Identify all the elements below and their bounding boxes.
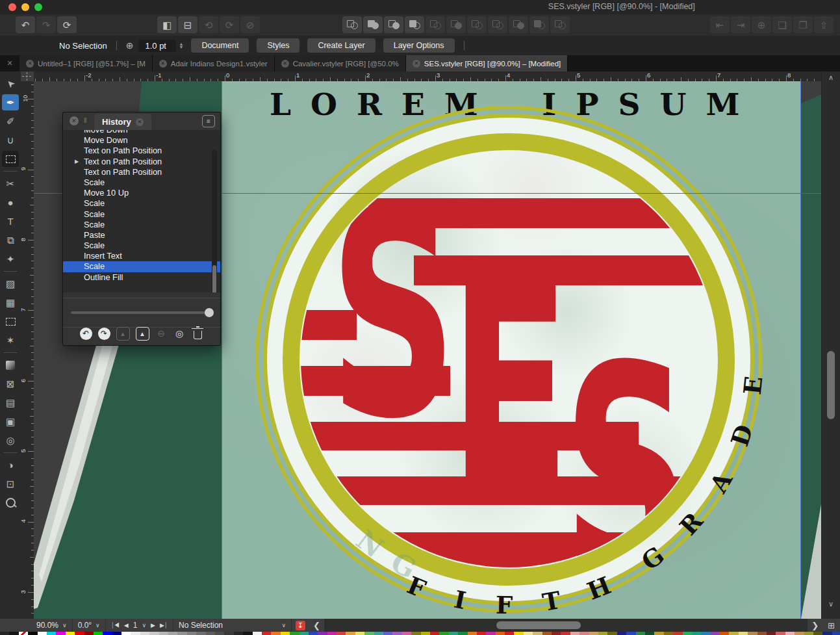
color-swatch[interactable] xyxy=(430,632,439,635)
color-swatch[interactable] xyxy=(598,632,607,635)
color-swatch[interactable] xyxy=(9,632,18,635)
color-swatch[interactable] xyxy=(196,632,205,635)
color-swatch[interactable] xyxy=(309,632,318,635)
color-swatch[interactable] xyxy=(374,632,383,635)
document-button[interactable]: Document xyxy=(191,38,249,53)
grid-warp-tool[interactable]: ▦ xyxy=(2,294,19,311)
panel-menu-icon[interactable]: ≡ xyxy=(202,115,215,127)
color-swatch[interactable] xyxy=(757,632,767,635)
trash-button[interactable] xyxy=(192,328,204,340)
first-page-button[interactable]: ⏐◀ xyxy=(111,622,120,629)
boolean-xor-button[interactable] xyxy=(446,16,466,33)
color-swatch[interactable] xyxy=(683,632,692,635)
undo-button[interactable]: ↶ xyxy=(80,328,92,340)
history-item[interactable]: Scale xyxy=(63,220,220,230)
mesh-distort-tool[interactable]: ⊠ xyxy=(2,376,19,392)
move-tool[interactable]: ➤ xyxy=(2,75,19,92)
redo-button[interactable]: ↷ xyxy=(36,16,56,33)
color-swatch[interactable] xyxy=(785,632,795,635)
color-swatch[interactable] xyxy=(38,632,47,635)
color-swatch[interactable] xyxy=(168,632,177,635)
remove-snapshot-button[interactable]: ▲ xyxy=(116,327,130,341)
rotation-dropdown[interactable]: 0.0°∨ xyxy=(73,619,106,632)
horizontal-ruler[interactable]: -2-1012345678 xyxy=(34,71,822,82)
color-swatch[interactable] xyxy=(159,632,168,635)
previous-page-button[interactable]: ◀ xyxy=(124,622,129,629)
add-snapshot-button[interactable]: ▲ xyxy=(136,327,149,341)
history-item[interactable]: Move Down xyxy=(63,130,220,135)
color-swatch[interactable] xyxy=(206,632,215,635)
ruler-origin-icon[interactable] xyxy=(21,72,33,81)
color-swatch[interactable] xyxy=(711,632,720,635)
color-swatch[interactable] xyxy=(533,632,542,635)
color-swatch[interactable] xyxy=(739,632,748,635)
transform-each-button[interactable]: ⊘ xyxy=(240,16,260,33)
color-swatch[interactable] xyxy=(19,632,28,635)
boolean-add-button[interactable] xyxy=(342,16,362,33)
boolean-intersect-button[interactable] xyxy=(405,16,424,33)
color-swatch[interactable] xyxy=(224,632,233,635)
color-swatch[interactable] xyxy=(346,632,355,635)
color-swatch[interactable] xyxy=(94,632,103,635)
undo-button[interactable]: ↶ xyxy=(16,16,35,33)
color-swatch[interactable] xyxy=(47,632,56,635)
page-number-dropdown[interactable]: 1 xyxy=(133,621,138,630)
stroke-width-input[interactable]: 1.0 pt xyxy=(138,40,176,52)
history-slider-knob[interactable] xyxy=(205,308,214,317)
panel-close-icon[interactable]: ✕ xyxy=(70,116,79,125)
color-swatch[interactable] xyxy=(449,632,458,635)
color-swatch[interactable] xyxy=(468,632,477,635)
vertical-ruler[interactable]: 109876543 xyxy=(21,81,34,619)
history-item[interactable]: Paste xyxy=(63,230,220,240)
move-backward-button[interactable]: ❐ xyxy=(793,16,813,33)
redo-button[interactable]: ↷ xyxy=(98,328,110,340)
color-swatch[interactable] xyxy=(103,632,112,635)
create-layer-button[interactable]: Create Layer xyxy=(307,38,375,53)
flip-vertical-button[interactable]: ⊟ xyxy=(178,16,197,33)
boolean-union-button[interactable] xyxy=(363,16,383,33)
color-swatch[interactable] xyxy=(673,632,682,635)
blend-shapes-tool[interactable]: ◎ xyxy=(2,432,19,448)
color-swatch[interactable] xyxy=(748,632,757,635)
color-swatch[interactable] xyxy=(177,632,186,635)
color-swatch[interactable] xyxy=(56,632,65,635)
history-item[interactable]: Scale xyxy=(63,261,220,272)
tab-close-icon[interactable]: ✕ xyxy=(413,60,420,68)
knife-tool[interactable]: ✂ xyxy=(2,175,19,192)
styles-button[interactable]: Styles xyxy=(257,38,299,53)
color-swatch[interactable] xyxy=(542,632,552,635)
boolean-subtract-button[interactable] xyxy=(384,16,403,33)
color-swatch[interactable] xyxy=(392,632,401,635)
history-item[interactable]: Scale xyxy=(63,240,220,251)
document-tab-2[interactable]: ✕Adair Indians Design1.vstyler xyxy=(153,55,275,71)
color-swatch[interactable] xyxy=(402,632,411,635)
color-palette-strip[interactable] xyxy=(0,632,840,635)
marquee-select-tool[interactable] xyxy=(2,151,19,167)
color-swatch[interactable] xyxy=(832,632,840,635)
ellipse-tool[interactable]: ● xyxy=(2,194,19,211)
edit-all-layers-button[interactable]: ⇤ xyxy=(710,16,730,33)
color-swatch[interactable] xyxy=(75,632,84,635)
color-swatch[interactable] xyxy=(486,632,495,635)
frame-tool[interactable]: ▣ xyxy=(2,413,19,430)
horizontal-scrollbar[interactable] xyxy=(324,619,808,632)
document-tab-1[interactable]: ✕Untitled–1 [RGB] [@51.7%] – [M xyxy=(19,55,153,71)
color-swatch[interactable] xyxy=(477,632,486,635)
history-scrollbar-thumb[interactable] xyxy=(212,265,216,292)
boolean-outline-button[interactable] xyxy=(550,16,570,33)
tab-close-icon[interactable]: ✕ xyxy=(281,60,289,68)
boolean-divide-button[interactable] xyxy=(426,16,445,33)
zoom-level-dropdown[interactable]: 90.0%∨ xyxy=(0,619,73,632)
color-swatch[interactable] xyxy=(411,632,420,635)
layer-options-button[interactable]: Layer Options xyxy=(383,38,455,53)
node-tool[interactable]: ✒ xyxy=(2,94,19,110)
document-tab-3[interactable]: ✕Cavalier.vstyler [RGB] [@50.0% xyxy=(275,55,406,71)
delete-state-button[interactable]: ⊖ xyxy=(155,328,168,340)
scroll-down-icon[interactable]: ∨ xyxy=(822,600,840,608)
history-item[interactable]: Scale xyxy=(63,198,220,209)
history-item[interactable]: Insert Text xyxy=(63,251,220,261)
boolean-combine-button[interactable] xyxy=(509,16,528,33)
history-item[interactable]: Move 10 Up xyxy=(63,188,220,198)
color-swatch[interactable] xyxy=(514,632,523,635)
history-item[interactable]: Text on Path Position xyxy=(63,167,220,177)
